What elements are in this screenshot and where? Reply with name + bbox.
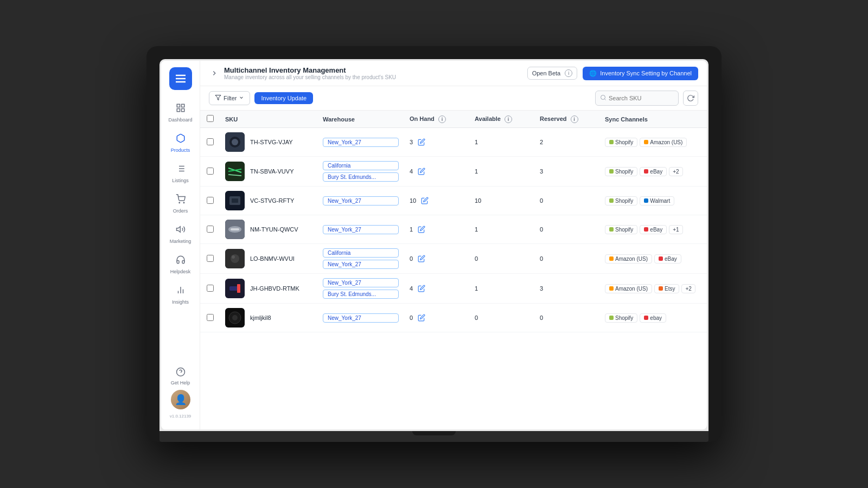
ebay-dot — [659, 256, 663, 261]
more-channels-tag[interactable]: +2 — [669, 167, 682, 176]
sidebar-item-products[interactable]: Products — [161, 129, 200, 157]
row-checkbox-cell[interactable] — [200, 244, 220, 274]
more-channels-tag[interactable]: +2 — [681, 284, 695, 293]
warehouse-tag: Bury St. Edmunds... — [323, 172, 399, 182]
open-beta-button[interactable]: Open Beta i — [527, 67, 578, 80]
sidebar-item-helpdesk[interactable]: Helpdesk — [161, 251, 200, 279]
onhand-number: 0 — [410, 314, 413, 321]
warehouse-cell: CaliforniaBury St. Edmunds... — [317, 157, 404, 187]
row-checkbox[interactable] — [207, 314, 214, 321]
reserved-info-icon[interactable]: i — [571, 115, 578, 123]
row-checkbox-cell[interactable] — [200, 157, 220, 187]
sidebar-item-marketing[interactable]: Marketing — [161, 220, 200, 248]
row-checkbox[interactable] — [207, 197, 214, 204]
row-checkbox-cell[interactable] — [200, 304, 220, 332]
avatar[interactable]: 👤 — [171, 390, 190, 409]
row-checkbox-cell[interactable] — [200, 128, 220, 157]
sync-settings-button[interactable]: 🌐 Inventory Sync Setting by Channel — [583, 67, 698, 80]
onhand-column-header: On Hand i — [404, 111, 469, 128]
table-row: kjmljkil8 New_York_27 0 00 Shopify eba — [200, 304, 707, 332]
available-cell: 0 — [469, 244, 534, 274]
edit-onhand-icon[interactable] — [416, 166, 427, 177]
reserved-header-label: Reserved — [540, 115, 567, 122]
reserved-cell: 0 — [534, 215, 599, 244]
reserved-number: 0 — [540, 255, 543, 262]
select-all-header[interactable] — [200, 111, 220, 128]
row-checkbox-cell[interactable] — [200, 215, 220, 244]
svg-point-45 — [232, 315, 238, 320]
row-checkbox[interactable] — [207, 285, 214, 292]
reserved-cell: 0 — [534, 244, 599, 274]
product-cell: TH-STVG-VJAY — [225, 132, 312, 152]
channel-name: Shopify — [615, 227, 633, 233]
product-cell: JH-GHBVD-RTMK — [225, 279, 312, 298]
search-box[interactable] — [595, 91, 679, 106]
toolbar-left: Filter Inventory Update — [209, 91, 313, 105]
edit-onhand-icon[interactable] — [416, 312, 427, 323]
svg-rect-4 — [181, 104, 184, 107]
amazon-dot — [644, 140, 648, 144]
onhand-value: 0 — [410, 253, 464, 264]
sidebar-item-orders[interactable]: Orders — [161, 190, 200, 218]
channel-tag-ebay: eBay — [654, 254, 681, 264]
channel-tag-amazon: Amazon (US) — [605, 254, 652, 264]
app-logo[interactable] — [169, 67, 192, 90]
sku-header-label: SKU — [225, 116, 238, 123]
table-row: NM-TYUN-QWCV New_York_27 1 10 Shopify — [200, 215, 707, 244]
channel-tag-amazon: Amazon (US) — [605, 284, 652, 293]
svg-rect-36 — [231, 228, 239, 230]
onhand-info-icon[interactable]: i — [438, 115, 446, 123]
select-all-checkbox[interactable] — [207, 115, 214, 122]
edit-onhand-icon[interactable] — [416, 253, 427, 264]
product-cell: VC-STVG-RFTY — [225, 191, 312, 210]
row-checkbox[interactable] — [207, 255, 214, 262]
warehouse-tags: New_York_27 — [323, 225, 399, 234]
sku-cell: NM-TYUN-QWCV — [220, 215, 317, 244]
row-checkbox-cell[interactable] — [200, 187, 220, 215]
svg-rect-5 — [177, 109, 180, 112]
channel-tag-walmart: Walmart — [640, 196, 674, 206]
reserved-number: 0 — [540, 226, 543, 233]
onhand-cell: 4 — [404, 274, 469, 304]
channel-name: Shopify — [615, 169, 633, 175]
sidebar-item-dashboard[interactable]: Dashboard — [161, 99, 200, 127]
svg-point-38 — [231, 254, 239, 263]
row-checkbox[interactable] — [207, 138, 214, 145]
warehouse-cell: New_York_27Bury St. Edmunds... — [317, 274, 404, 304]
warehouse-tag: New_York_27 — [323, 313, 399, 323]
dashboard-icon — [176, 103, 186, 115]
warehouse-cell: New_York_27 — [317, 215, 404, 244]
edit-onhand-icon[interactable] — [416, 137, 427, 147]
search-input[interactable] — [609, 95, 674, 101]
nav-chevron-button[interactable] — [209, 68, 220, 79]
avatar-image: 👤 — [171, 390, 190, 409]
sync-channels-cell: Amazon (US) Etsy +2 — [599, 274, 707, 304]
edit-onhand-icon[interactable] — [419, 195, 430, 206]
row-checkbox[interactable] — [207, 168, 214, 175]
row-checkbox-cell[interactable] — [200, 274, 220, 304]
edit-onhand-icon[interactable] — [416, 224, 427, 235]
channel-tag-ebay: ebay — [640, 313, 666, 323]
filter-button[interactable]: Filter — [209, 91, 250, 105]
sidebar-item-insights[interactable]: Insights — [161, 281, 200, 309]
inventory-update-button[interactable]: Inventory Update — [254, 92, 313, 104]
get-help-button[interactable]: Get Help — [171, 367, 190, 386]
refresh-button[interactable] — [683, 91, 698, 106]
page-header: Multichannel Inventory Management Manage… — [224, 66, 396, 80]
sidebar-item-helpdesk-label: Helpdesk — [170, 269, 191, 274]
available-cell: 10 — [469, 187, 534, 215]
sidebar: Dashboard Products — [161, 61, 200, 429]
channel-tags: Shopify eBay +1 — [605, 225, 701, 234]
ebay-dot — [644, 169, 648, 174]
channel-tag-shopify: Shopify — [605, 225, 637, 234]
available-info-icon[interactable]: i — [505, 115, 512, 123]
edit-onhand-icon[interactable] — [416, 283, 427, 294]
sync-channels-column-header: Sync Channels — [599, 111, 707, 128]
open-beta-info-icon[interactable]: i — [565, 69, 572, 77]
table-row: TH-STVG-VJAY New_York_27 3 12 Shopify — [200, 128, 707, 157]
product-cell: kjmljkil8 — [225, 308, 312, 328]
sidebar-item-marketing-label: Marketing — [170, 239, 192, 244]
sidebar-item-listings[interactable]: Listings — [161, 159, 200, 188]
row-checkbox[interactable] — [207, 226, 214, 233]
more-channels-tag[interactable]: +1 — [669, 225, 682, 234]
